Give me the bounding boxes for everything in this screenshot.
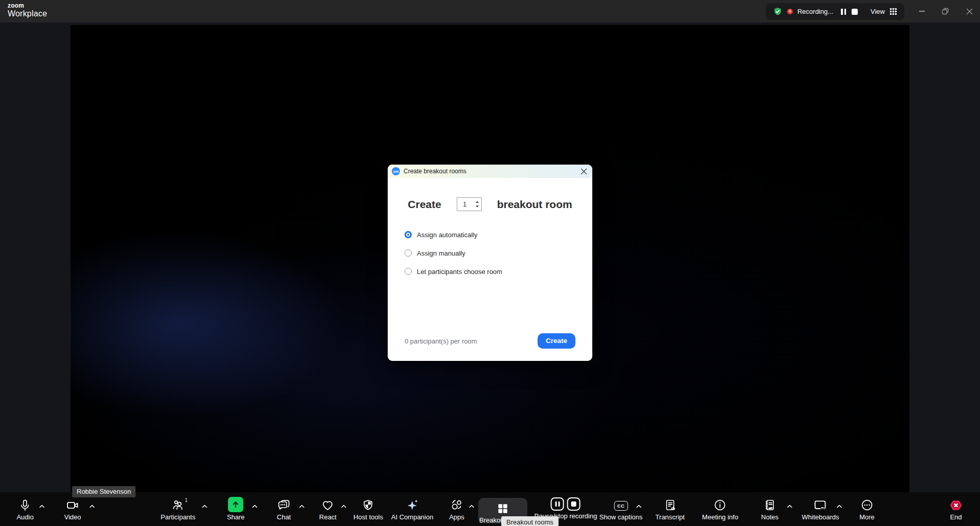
restore-button[interactable] [937,0,954,22]
react-chevron-icon[interactable] [341,501,347,510]
ellipsis-icon [860,498,874,512]
toolbar-item-more[interactable]: More [859,492,875,526]
toolbar-label: More [859,513,875,521]
toolbar-item-react[interactable]: React [319,492,337,526]
close-icon [966,8,973,15]
toolbar-item-chat[interactable]: Chat [277,492,291,526]
toolbar-item-apps[interactable]: Apps [449,492,464,526]
participant-count-badge: 1 [185,497,188,503]
toolbar-label: Apps [449,513,464,521]
captions-chevron-icon[interactable] [636,501,642,510]
toolbar-item-end[interactable]: End [949,492,963,526]
apps-icon [450,498,463,512]
toolbar-label: Host tools [353,513,383,521]
toolbar-item-transcript[interactable]: Transcript [655,492,684,526]
toolbar-label: Transcript [655,513,684,521]
share-chevron-icon[interactable] [252,501,258,510]
whiteboard-icon [813,498,828,512]
option-label: Assign automatically [417,231,478,239]
option-participants-choose[interactable]: Let participants choose room [405,268,502,275]
create-breakout-rooms-dialog: zm Create breakout rooms Create breakout… [388,165,592,361]
shield-icon [362,498,375,512]
notes-icon [763,498,776,512]
camera-icon [65,498,79,512]
cc-icon: CC [614,498,628,512]
radio-unselected-icon[interactable] [405,268,412,275]
toolbar-label: Share [227,513,245,521]
video-chevron-icon[interactable] [90,501,95,510]
stepper-arrows[interactable] [476,201,481,208]
participants-icon [171,498,185,512]
view-button-label[interactable]: View [871,8,885,15]
toolbar-label: Notes [761,513,778,521]
toolbar-label: Chat [277,513,291,521]
assignment-options: Assign automatically Assign manually Let… [405,231,502,286]
toolbar-item-ai-companion[interactable]: AI Companion [391,492,433,526]
option-assign-automatically[interactable]: Assign automatically [405,231,502,238]
chat-chevron-icon[interactable] [299,501,305,510]
toolbar-item-participants[interactable]: 1 Participants [161,492,195,526]
stepper-down-icon[interactable] [476,205,479,208]
zoom-meeting-window: { "titlebar": { "logo_line1": "zoom", "l… [0,0,980,526]
close-window-button[interactable] [961,0,978,22]
toolbar-label: Whiteboards [802,513,839,521]
view-grid-icon[interactable] [889,8,897,15]
minimize-button[interactable] [913,0,930,22]
option-label: Let participants choose room [417,268,502,276]
participants-chevron-icon[interactable] [202,501,208,510]
create-button[interactable]: Create [538,333,575,349]
notes-chevron-icon[interactable] [787,501,793,510]
pause-stop-icons [551,497,581,511]
zoom-workplace-logo: zoom Workplace [8,3,47,18]
toolbar-item-notes[interactable]: Notes [761,492,778,526]
whiteboards-chevron-icon[interactable] [837,501,842,510]
apps-chevron-icon[interactable] [469,501,475,510]
radio-selected-icon[interactable] [405,231,412,238]
stepper-up-icon[interactable] [476,201,479,203]
toolbar-label: Show captions [599,513,643,521]
participant-name-tag: Robbie Stevenson [72,486,136,497]
logo-workplace-text: Workplace [8,10,47,18]
pause-recording-toolbar-button[interactable] [551,497,564,511]
toolbar-label: Video [64,513,81,521]
restore-icon [942,8,949,15]
toolbar-item-whiteboards[interactable]: Whiteboards [802,492,839,526]
toolbar-label: AI Companion [391,513,433,521]
pause-recording-button[interactable] [840,8,847,16]
toolbar-label: Audio [16,513,33,521]
toolbar-item-host-tools[interactable]: Host tools [353,492,383,526]
dialog-footer: 0 participant(s) per room Create [405,333,575,349]
radio-unselected-icon[interactable] [405,249,412,257]
option-assign-manually[interactable]: Assign manually [405,249,502,257]
stop-recording-button[interactable] [852,9,858,15]
dialog-close-button[interactable] [580,168,588,175]
toolbar-item-meeting-info[interactable]: Meeting info [702,492,739,526]
toolbar-item-share[interactable]: Share [227,492,245,526]
zoom-app-icon: zm [392,167,400,175]
breakout-rooms-tooltip: Breakout rooms [501,516,559,526]
toolbar-label: End [950,513,962,521]
dialog-heading-row: Create breakout room [388,197,592,211]
dialog-title: Create breakout rooms [404,168,466,175]
minimize-icon [919,11,925,12]
close-icon [581,168,587,175]
microphone-icon [19,498,32,512]
heading-suffix: breakout room [497,198,572,211]
dialog-header[interactable]: zm Create breakout rooms [388,165,592,178]
end-call-icon [949,498,963,512]
toolbar-label: React [319,513,337,521]
toolbar-item-audio[interactable]: Audio [16,492,33,526]
room-count-stepper[interactable] [457,197,482,211]
grid-icon [496,502,509,515]
titlebar: zoom Workplace Recording... View [0,0,980,22]
logo-zoom-text: zoom [8,3,47,9]
room-count-input[interactable] [457,200,473,208]
recording-label: Recording... [797,8,833,15]
recording-status-pill: Recording... View [766,3,904,20]
chat-bubble-icon [277,498,291,512]
info-icon [714,498,727,512]
toolbar-label: Participants [161,513,195,521]
audio-chevron-icon[interactable] [39,501,45,510]
transcript-icon [663,498,677,512]
stop-recording-toolbar-button[interactable] [567,497,581,511]
